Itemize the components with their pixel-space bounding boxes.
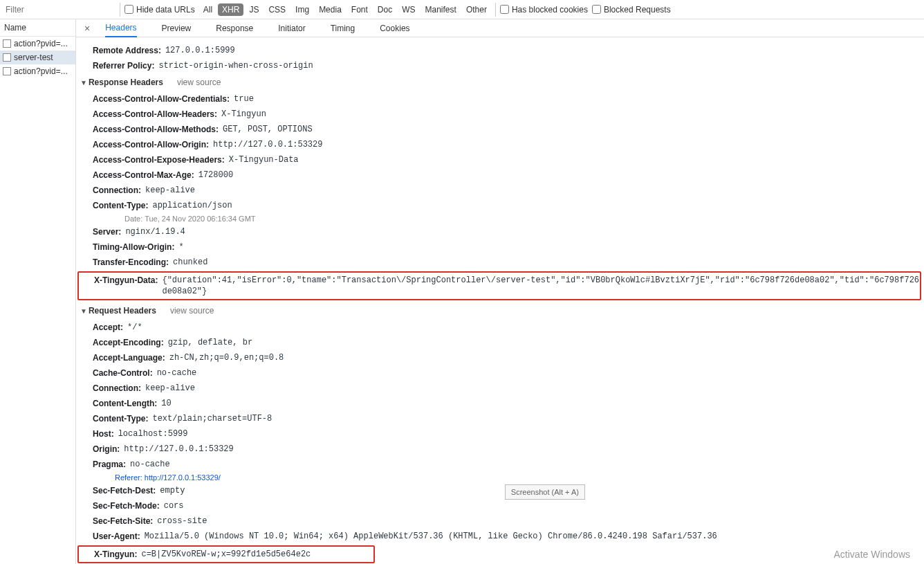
header-key: Cache-Control: bbox=[93, 367, 153, 379]
type-filter-doc[interactable]: Doc bbox=[373, 3, 396, 16]
header-x-tingyun-data: X-Tingyun-Data: {"duration":41,"isError"… bbox=[79, 273, 920, 299]
header-value: http://127.0.0.1:53329 bbox=[213, 139, 322, 150]
header-row: Access-Control-Allow-Credentials:true bbox=[76, 91, 924, 107]
request-headers-section[interactable]: ▼Request Headers view source bbox=[76, 302, 924, 320]
view-source-link[interactable]: view source bbox=[177, 78, 221, 87]
header-row: Accept-Language:zh-CN,zh;q=0.9,en;q=0.8 bbox=[76, 350, 924, 365]
header-row: Server:nginx/1.19.4 bbox=[76, 224, 924, 239]
header-value: cross-site bbox=[157, 516, 207, 527]
request-row[interactable]: action?pvid=... bbox=[0, 64, 75, 78]
close-icon[interactable]: × bbox=[82, 23, 93, 34]
response-date-meta: Date: Tue, 24 Nov 2020 06:16:34 GMT bbox=[76, 213, 924, 224]
header-value: localhost:5999 bbox=[118, 428, 188, 439]
referer-link[interactable]: Referer: http://127.0.0.1:53329/ bbox=[76, 472, 924, 483]
header-key: Sec-Fetch-Site: bbox=[93, 516, 153, 527]
header-row: Access-Control-Allow-Methods:GET, POST, … bbox=[76, 122, 924, 137]
header-key: Server: bbox=[93, 226, 121, 237]
request-checkbox[interactable] bbox=[3, 67, 11, 75]
tab-cookies[interactable]: Cookies bbox=[380, 20, 409, 37]
header-row: Access-Control-Expose-Headers:X-Tingyun-… bbox=[76, 152, 924, 167]
header-key: Pragma: bbox=[93, 459, 126, 470]
type-filter-manifest[interactable]: Manifest bbox=[421, 3, 461, 16]
tab-preview[interactable]: Preview bbox=[162, 20, 192, 37]
type-filter-css[interactable]: CSS bbox=[264, 3, 290, 16]
has-blocked-cookies-input[interactable] bbox=[500, 5, 509, 14]
header-row: Content-Type:application/json bbox=[76, 198, 924, 213]
tab-timing[interactable]: Timing bbox=[331, 20, 355, 37]
header-key: Timing-Allow-Origin: bbox=[93, 242, 174, 253]
response-headers-list-2: Server:nginx/1.19.4Timing-Allow-Origin:*… bbox=[76, 224, 924, 270]
header-value: cors bbox=[164, 500, 184, 511]
request-headers-list: Accept:*/*Accept-Encoding:gzip, deflate,… bbox=[76, 320, 924, 472]
request-list: action?pvid=...server-testaction?pvid=..… bbox=[0, 37, 75, 78]
highlight-x-tingyun-data: X-Tingyun-Data: {"duration":41,"isError"… bbox=[77, 271, 921, 300]
header-key: Connection: bbox=[93, 383, 141, 394]
header-value: 127.0.0.1:5999 bbox=[165, 45, 235, 56]
header-value: X-Tingyun-Data bbox=[229, 154, 299, 165]
header-row: Sec-Fetch-Dest:empty bbox=[76, 483, 924, 498]
header-row: Accept-Encoding:gzip, deflate, br bbox=[76, 335, 924, 350]
request-row[interactable]: server-test bbox=[0, 51, 75, 64]
type-filter-font[interactable]: Font bbox=[347, 3, 372, 16]
type-filter-all[interactable]: All bbox=[199, 3, 216, 16]
header-row: Sec-Fetch-Mode:cors bbox=[76, 498, 924, 513]
header-value: zh-CN,zh;q=0.9,en;q=0.8 bbox=[169, 352, 284, 363]
request-headers-title: Request Headers bbox=[89, 306, 156, 316]
header-key: Access-Control-Allow-Credentials: bbox=[93, 93, 230, 104]
type-filter-media[interactable]: Media bbox=[315, 3, 346, 16]
header-row: Content-Type:text/plain;charset=UTF-8 bbox=[76, 411, 924, 426]
response-headers-list: Access-Control-Allow-Credentials:trueAcc… bbox=[76, 91, 924, 213]
header-key: X-Tingyun: bbox=[94, 549, 137, 560]
has-blocked-cookies-label: Has blocked cookies bbox=[512, 5, 588, 15]
header-key: User-Agent: bbox=[93, 531, 140, 542]
header-value: X-Tingyun bbox=[221, 109, 266, 120]
header-row: Transfer-Encoding:chunked bbox=[76, 255, 924, 270]
view-source-link[interactable]: view source bbox=[170, 306, 214, 316]
hide-data-urls-input[interactable] bbox=[124, 5, 133, 14]
screenshot-tooltip: Screenshot (Alt + A) bbox=[505, 484, 585, 500]
type-filter-other[interactable]: Other bbox=[462, 3, 491, 16]
header-row: Connection:keep-alive bbox=[76, 183, 924, 198]
type-filter-img[interactable]: Img bbox=[291, 3, 313, 16]
header-value: http://127.0.0.1:53329 bbox=[124, 444, 233, 455]
hide-data-urls-checkbox[interactable]: Hide data URLs bbox=[124, 5, 195, 15]
type-filter-ws[interactable]: WS bbox=[398, 3, 419, 16]
header-value: c=B|ZV5KvoREW-w;x=992fd1e5d5e64e2c bbox=[141, 549, 311, 560]
tab-response[interactable]: Response bbox=[216, 20, 253, 37]
header-row: Origin:http://127.0.0.1:53329 bbox=[76, 442, 924, 457]
sidebar-header-name[interactable]: Name bbox=[0, 19, 75, 37]
header-key: Content-Type: bbox=[93, 413, 148, 424]
request-checkbox[interactable] bbox=[3, 53, 11, 62]
response-headers-title: Response Headers bbox=[89, 78, 163, 87]
header-key: Accept: bbox=[93, 322, 123, 333]
blocked-requests-label: Blocked Requests bbox=[604, 5, 671, 15]
header-row: Access-Control-Max-Age:1728000 bbox=[76, 167, 924, 183]
header-value: Mozilla/5.0 (Windows NT 10.0; Win64; x64… bbox=[145, 531, 717, 542]
tab-initiator[interactable]: Initiator bbox=[278, 20, 305, 37]
hide-data-urls-label: Hide data URLs bbox=[136, 5, 195, 15]
response-headers-section[interactable]: ▼Response Headers view source bbox=[76, 73, 924, 91]
header-remote-address: Remote Address: 127.0.0.1:5999 bbox=[76, 43, 924, 58]
header-key: Access-Control-Allow-Origin: bbox=[93, 139, 209, 150]
request-headers-list-2: Sec-Fetch-Dest:emptySec-Fetch-Mode:corsS… bbox=[76, 483, 924, 544]
has-blocked-cookies-checkbox[interactable]: Has blocked cookies bbox=[500, 5, 588, 15]
type-filter-xhr[interactable]: XHR bbox=[218, 3, 243, 16]
header-row: User-Agent:Mozilla/5.0 (Windows NT 10.0;… bbox=[76, 529, 924, 544]
blocked-requests-checkbox[interactable]: Blocked Requests bbox=[592, 5, 671, 15]
header-key: Sec-Fetch-Dest: bbox=[93, 485, 156, 496]
header-key: Referrer Policy: bbox=[93, 60, 154, 71]
filter-input[interactable] bbox=[3, 3, 115, 17]
type-filter-js[interactable]: JS bbox=[245, 3, 263, 16]
header-value: * bbox=[178, 242, 183, 253]
request-row[interactable]: action?pvid=... bbox=[0, 37, 75, 51]
header-key: Accept-Encoding: bbox=[93, 337, 164, 348]
header-row: Content-Length:10 bbox=[76, 396, 924, 411]
header-key: Access-Control-Max-Age: bbox=[93, 170, 194, 181]
request-checkbox[interactable] bbox=[3, 39, 11, 48]
header-row: Cache-Control:no-cache bbox=[76, 365, 924, 381]
request-name: action?pvid=... bbox=[14, 66, 68, 76]
main-area: Name action?pvid=...server-testaction?pv… bbox=[0, 19, 924, 564]
tab-headers[interactable]: Headers bbox=[105, 19, 136, 37]
blocked-requests-input[interactable] bbox=[592, 5, 601, 14]
header-value: keep-alive bbox=[145, 383, 195, 394]
